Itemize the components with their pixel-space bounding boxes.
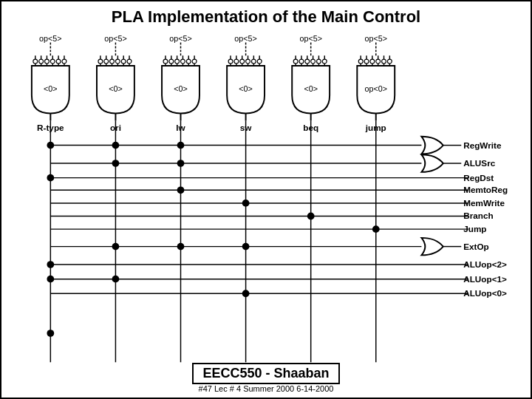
svg-point-79 bbox=[322, 59, 327, 64]
svg-point-145 bbox=[112, 276, 120, 283]
svg-point-150 bbox=[47, 276, 54, 283]
svg-point-151 bbox=[47, 330, 54, 337]
svg-point-22 bbox=[56, 59, 61, 64]
svg-text:op<5>: op<5> bbox=[234, 34, 257, 43]
svg-point-92 bbox=[382, 59, 386, 64]
footer: EECC550 - Shaaban #47 Lec # 4 Summer 200… bbox=[1, 363, 531, 393]
svg-point-47 bbox=[169, 59, 174, 64]
footer-main: EECC550 - Shaaban bbox=[202, 366, 329, 381]
svg-point-34 bbox=[110, 59, 115, 64]
svg-point-76 bbox=[305, 59, 310, 64]
svg-point-90 bbox=[370, 59, 375, 64]
svg-point-23 bbox=[62, 59, 66, 64]
svg-text:Jump: Jump bbox=[463, 224, 486, 233]
svg-point-33 bbox=[104, 59, 109, 64]
svg-text:Branch: Branch bbox=[463, 211, 493, 220]
svg-point-75 bbox=[299, 59, 304, 64]
svg-text:op<5>: op<5> bbox=[169, 34, 192, 43]
main-container: PLA Implementation of the Main Control o… bbox=[0, 0, 532, 399]
svg-point-62 bbox=[240, 59, 245, 64]
svg-text:<0>: <0> bbox=[239, 84, 253, 93]
svg-point-64 bbox=[251, 59, 256, 64]
svg-point-74 bbox=[293, 59, 298, 64]
footer-box: EECC550 - Shaaban bbox=[192, 363, 339, 384]
svg-point-21 bbox=[50, 59, 55, 64]
svg-point-110 bbox=[112, 142, 120, 149]
svg-point-32 bbox=[98, 59, 103, 64]
svg-point-48 bbox=[175, 59, 180, 64]
page-title: PLA Implementation of the Main Control bbox=[1, 1, 531, 30]
footer-sub: #47 Lec # 4 Summer 2000 6-14-2000 bbox=[1, 384, 531, 393]
svg-text:<0>: <0> bbox=[304, 84, 318, 93]
svg-point-109 bbox=[47, 142, 54, 149]
svg-text:ALUop<2>: ALUop<2> bbox=[463, 259, 507, 269]
svg-point-37 bbox=[127, 59, 132, 64]
svg-point-136 bbox=[112, 243, 120, 250]
svg-point-88 bbox=[358, 59, 363, 64]
svg-text:<0>: <0> bbox=[44, 84, 58, 93]
svg-text:op<5>: op<5> bbox=[104, 34, 127, 43]
svg-point-121 bbox=[47, 174, 54, 182]
svg-text:<0>: <0> bbox=[174, 84, 188, 93]
svg-point-51 bbox=[192, 59, 197, 64]
svg-point-63 bbox=[246, 59, 250, 64]
svg-point-60 bbox=[228, 59, 233, 64]
svg-point-127 bbox=[242, 200, 250, 207]
svg-point-35 bbox=[115, 59, 120, 64]
svg-point-138 bbox=[242, 243, 250, 250]
svg-point-46 bbox=[163, 59, 168, 64]
svg-point-116 bbox=[112, 160, 120, 167]
svg-text:ExtOp: ExtOp bbox=[463, 242, 489, 251]
svg-text:<0>: <0> bbox=[109, 84, 123, 93]
svg-point-142 bbox=[47, 261, 54, 268]
svg-text:op<5>: op<5> bbox=[39, 34, 62, 43]
svg-point-117 bbox=[177, 160, 185, 167]
svg-text:ALUSrc: ALUSrc bbox=[463, 158, 496, 168]
svg-point-50 bbox=[186, 59, 191, 64]
svg-point-49 bbox=[181, 59, 185, 64]
svg-point-20 bbox=[45, 59, 50, 64]
svg-point-36 bbox=[121, 59, 126, 64]
svg-point-91 bbox=[376, 59, 381, 64]
svg-point-18 bbox=[33, 59, 38, 64]
svg-point-111 bbox=[177, 142, 185, 149]
svg-point-61 bbox=[234, 59, 239, 64]
svg-point-65 bbox=[257, 59, 262, 64]
svg-text:RegDst: RegDst bbox=[463, 173, 494, 183]
svg-point-78 bbox=[317, 59, 321, 64]
svg-point-137 bbox=[177, 243, 185, 250]
svg-point-130 bbox=[307, 213, 315, 220]
svg-point-89 bbox=[364, 59, 369, 64]
svg-text:ALUop<1>: ALUop<1> bbox=[463, 274, 507, 284]
svg-text:MemWrite: MemWrite bbox=[463, 198, 505, 208]
svg-text:op<5>: op<5> bbox=[365, 34, 388, 43]
svg-text:MemtoReg: MemtoReg bbox=[463, 185, 508, 194]
svg-text:RegWrite: RegWrite bbox=[463, 140, 502, 150]
svg-point-148 bbox=[242, 290, 250, 297]
svg-point-93 bbox=[387, 59, 392, 64]
diagram-svg: op<5> op<5> op<5> op<5> op<5> op<5> bbox=[1, 30, 531, 369]
diagram-area: op<5> op<5> op<5> op<5> op<5> op<5> bbox=[1, 30, 531, 369]
svg-point-124 bbox=[177, 186, 185, 194]
svg-text:op<0>: op<0> bbox=[365, 84, 388, 93]
svg-point-19 bbox=[39, 59, 44, 64]
svg-point-77 bbox=[311, 59, 316, 64]
svg-text:ALUop<0>: ALUop<0> bbox=[463, 288, 507, 298]
svg-text:op<5>: op<5> bbox=[299, 34, 322, 43]
svg-point-133 bbox=[372, 225, 380, 233]
